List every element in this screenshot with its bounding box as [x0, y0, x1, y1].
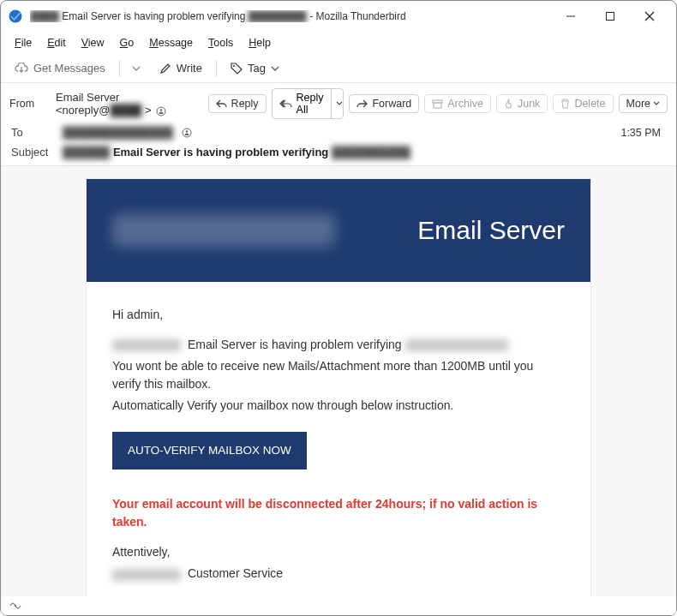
download-cloud-icon	[15, 63, 28, 75]
reply-all-label: Reply All	[297, 92, 324, 116]
menu-go[interactable]: Go	[115, 35, 140, 51]
reply-icon	[216, 99, 227, 109]
close-button[interactable]	[630, 3, 669, 29]
svg-point-7	[160, 109, 163, 111]
forward-icon	[356, 99, 368, 109]
archive-icon	[432, 99, 443, 109]
hero-logo-redacted	[112, 214, 335, 247]
subject-value: ██████ Email Server is having problem ve…	[63, 146, 410, 158]
menu-help[interactable]: Help	[243, 35, 276, 51]
reply-all-dropdown[interactable]	[331, 89, 344, 118]
svg-point-11	[186, 130, 189, 133]
auto-verify-button[interactable]: AUTO-VERIFY MAILBOX NOW	[112, 432, 307, 469]
write-button[interactable]: Write	[154, 59, 207, 77]
menu-tools[interactable]: Tools	[203, 35, 238, 51]
tag-label: Tag	[248, 62, 266, 75]
toolbar-separator	[216, 60, 217, 77]
delete-button[interactable]: Delete	[553, 94, 613, 113]
subject-label: Subject	[11, 146, 54, 158]
get-messages-label: Get Messages	[33, 62, 105, 75]
more-button[interactable]: More	[619, 94, 668, 113]
email-hero: Email Server	[87, 179, 590, 282]
reply-button[interactable]: Reply	[208, 94, 267, 113]
get-messages-dropdown[interactable]	[127, 62, 146, 75]
subject-row: Subject ██████ Email Server is having pr…	[1, 142, 676, 166]
warning-text: Your email account will be disconnected …	[112, 495, 565, 531]
window-titlebar: ████ Email Server is having problem veri…	[1, 1, 676, 32]
menu-view[interactable]: View	[76, 35, 110, 51]
email-text-content: Hi admin, Email Server is having problem…	[87, 282, 590, 612]
archive-button[interactable]: Archive	[424, 94, 491, 113]
body-line-3: Automatically Verify your mailbox now th…	[112, 397, 565, 415]
greeting: Hi admin,	[112, 306, 565, 324]
junk-label: Junk	[518, 98, 540, 110]
reply-all-icon	[279, 99, 292, 109]
svg-point-10	[183, 129, 191, 137]
menubar: File Edit View Go Message Tools Help	[1, 32, 676, 54]
reply-all-button[interactable]: Reply All	[272, 88, 344, 119]
from-label: From	[9, 98, 51, 110]
signature-line-2: Customer Service	[112, 565, 565, 583]
get-messages-button[interactable]: Get Messages	[9, 59, 111, 77]
forward-label: Forward	[372, 98, 411, 110]
from-value[interactable]: Email Server <noreply@████ >	[56, 91, 198, 117]
message-body: Email Server Hi admin, Email Server is h…	[1, 166, 676, 616]
contact-icon	[182, 128, 192, 138]
svg-point-5	[233, 65, 235, 67]
more-label: More	[626, 98, 650, 110]
junk-button[interactable]: Junk	[496, 94, 548, 113]
reply-label: Reply	[231, 98, 259, 110]
tag-button[interactable]: Tag	[225, 59, 285, 77]
svg-point-6	[157, 107, 165, 116]
archive-label: Archive	[447, 98, 483, 110]
write-label: Write	[177, 62, 202, 75]
to-row: To ██████████████ 1:35 PM	[1, 123, 676, 142]
message-time: 1:35 PM	[620, 127, 666, 139]
window-title: ████ Email Server is having problem veri…	[30, 10, 551, 22]
minimize-button[interactable]	[551, 3, 590, 29]
forward-button[interactable]: Forward	[349, 94, 419, 113]
tag-icon	[231, 63, 243, 75]
thunderbird-icon	[8, 9, 23, 24]
svg-point-12	[15, 605, 16, 607]
main-toolbar: Get Messages Write Tag	[1, 54, 676, 83]
body-line-1: Email Server is having problem verifying	[112, 336, 565, 354]
signature-line-1: Attentively,	[112, 543, 565, 561]
message-header-actions: From Email Server <noreply@████ > Reply …	[1, 83, 676, 123]
delete-label: Delete	[574, 98, 605, 110]
svg-rect-2	[607, 13, 614, 21]
trash-icon	[560, 99, 570, 109]
pencil-icon	[159, 63, 171, 75]
menu-file[interactable]: File	[9, 35, 37, 51]
statusbar	[1, 596, 676, 615]
svg-rect-9	[434, 103, 441, 108]
email-content-card: Email Server Hi admin, Email Server is h…	[86, 178, 591, 613]
toolbar-separator	[119, 60, 120, 77]
to-value[interactable]: ██████████████	[63, 126, 173, 139]
menu-edit[interactable]: Edit	[42, 35, 71, 51]
body-line-2: You wont be able to receive new Mails/At…	[112, 357, 565, 393]
hero-title: Email Server	[352, 216, 565, 245]
menu-message[interactable]: Message	[144, 35, 198, 51]
flame-icon	[504, 99, 513, 109]
to-label: To	[11, 126, 54, 139]
sync-status-icon	[9, 601, 21, 611]
maximize-button[interactable]	[590, 3, 630, 29]
